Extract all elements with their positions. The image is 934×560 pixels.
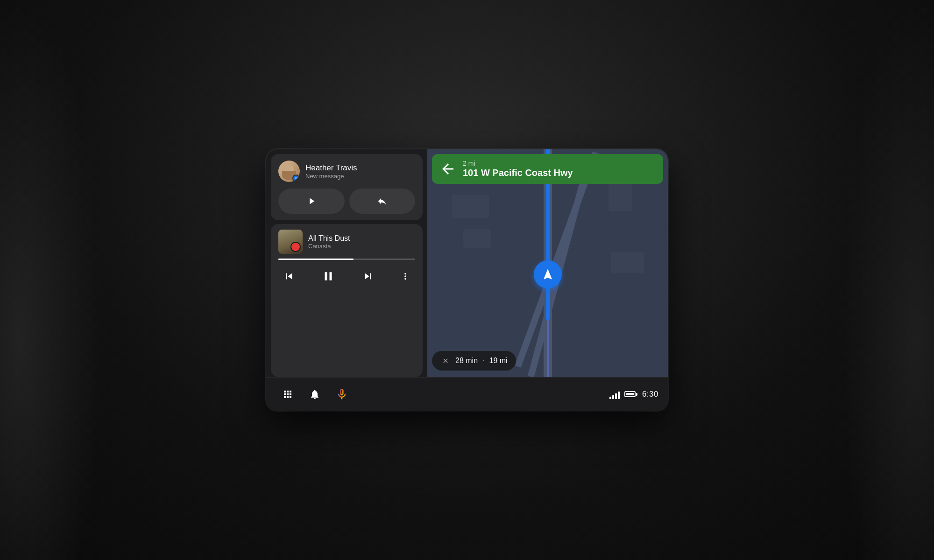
map-panel[interactable]: 2 mi 101 W Pacific Coast Hwy 28 min · 19… — [427, 149, 668, 377]
nav-arrow-icon — [541, 268, 554, 281]
nav-text: 2 mi 101 W Pacific Coast Hwy — [463, 160, 656, 178]
play-message-button[interactable] — [278, 189, 345, 214]
main-content: Heather Travis New message — [266, 149, 668, 377]
close-icon — [442, 357, 449, 364]
message-sender: Heather Travis — [305, 163, 357, 173]
message-header: Heather Travis New message — [278, 161, 415, 182]
notifications-button[interactable] — [303, 382, 327, 406]
music-header: All This Dust Canasta — [278, 230, 415, 254]
album-art-inner — [278, 230, 303, 254]
status-bar: 6:30 — [609, 390, 658, 399]
reply-message-button[interactable] — [349, 189, 416, 214]
bell-icon — [309, 389, 320, 400]
more-vert-icon — [400, 271, 410, 281]
time-display: 6:30 — [642, 390, 658, 399]
battery-body — [624, 391, 636, 397]
apps-icon — [282, 389, 293, 400]
eta-time: 28 min — [455, 357, 478, 365]
music-title: All This Dust — [308, 234, 415, 243]
message-actions — [278, 189, 415, 214]
music-controls — [278, 266, 415, 286]
signal-bar-3 — [615, 393, 617, 399]
nav-street: 101 W Pacific Coast Hwy — [463, 167, 656, 178]
eta-distance: 19 mi — [489, 357, 507, 365]
android-auto-screen: Heather Travis New message — [266, 149, 668, 411]
navigation-arrow — [534, 260, 562, 288]
next-track-button[interactable] — [359, 267, 377, 285]
mic-icon — [335, 388, 348, 401]
skip-next-icon — [362, 270, 374, 282]
message-preview: New message — [305, 173, 357, 180]
message-card: Heather Travis New message — [271, 154, 423, 220]
navigation-banner: 2 mi 101 W Pacific Coast Hwy — [432, 154, 663, 184]
turn-left-icon — [439, 161, 456, 177]
signal-strength — [609, 390, 620, 399]
music-info: All This Dust Canasta — [308, 234, 415, 250]
eta-close-button[interactable] — [440, 356, 451, 366]
eta-separator: · — [482, 357, 484, 365]
more-options-button[interactable] — [397, 268, 413, 284]
battery-tip — [636, 393, 637, 396]
left-panel: Heather Travis New message — [266, 149, 427, 377]
music-artist: Canasta — [308, 243, 415, 250]
progress-bar-fill — [278, 259, 354, 260]
nav-distance: 2 mi — [463, 160, 656, 167]
bottom-bar: 6:30 — [266, 377, 668, 411]
message-badge — [292, 175, 300, 182]
play-icon — [306, 196, 317, 206]
signal-bar-4 — [618, 392, 620, 399]
assistant-button[interactable] — [330, 382, 354, 406]
progress-bar-container[interactable] — [278, 259, 415, 260]
album-art — [278, 230, 303, 254]
map-block-2 — [463, 229, 491, 248]
bottom-left-controls — [276, 382, 354, 406]
message-text-group: Heather Travis New message — [305, 163, 357, 180]
map-block-1 — [452, 195, 489, 218]
previous-track-button[interactable] — [280, 267, 298, 285]
battery-fill — [626, 393, 634, 395]
apps-button[interactable] — [276, 382, 300, 406]
turn-arrow-icon — [439, 161, 456, 177]
avatar — [278, 161, 300, 182]
map-block-4 — [611, 252, 644, 273]
eta-banner: 28 min · 19 mi — [432, 351, 516, 371]
signal-bar-1 — [609, 397, 611, 399]
battery-indicator — [624, 391, 637, 397]
pause-button[interactable] — [318, 266, 338, 286]
music-card: All This Dust Canasta — [271, 224, 423, 377]
reply-icon — [377, 196, 387, 206]
signal-bar-2 — [612, 395, 614, 399]
pause-icon — [321, 269, 335, 283]
map-block-3 — [609, 183, 632, 211]
skip-previous-icon — [283, 270, 295, 282]
